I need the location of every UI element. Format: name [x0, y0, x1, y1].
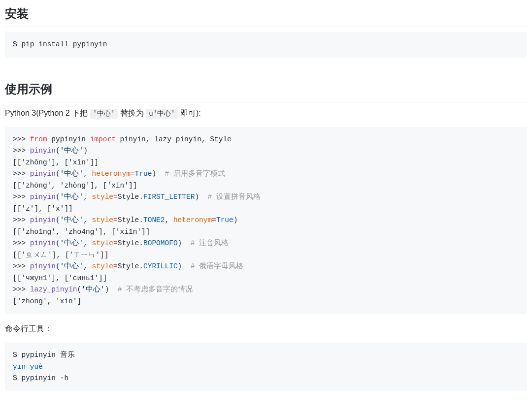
cli-line-2: yīn yuè	[13, 363, 43, 371]
codeblock-python: >>> from pypinyin import pinyin, lazy_pi…	[5, 127, 527, 315]
inline-code-1: '中心'	[90, 109, 118, 119]
inline-code-2: u'中心'	[146, 109, 178, 119]
heading-install: 安装	[5, 5, 527, 27]
cli-intro: 命令行工具：	[5, 323, 527, 335]
code-line: $ pip install pypinyin	[13, 40, 107, 48]
cli-line-3: $ pypinyin -h	[13, 374, 68, 382]
cli-line-1: $ pypinyin 音乐	[13, 351, 75, 359]
heading-usage: 使用示例	[5, 80, 527, 102]
usage-intro: Python 3(Python 2 下把 '中心' 替换为 u'中心' 即可):	[5, 107, 527, 119]
codeblock-install: $ pip install pypinyin	[5, 32, 527, 58]
codeblock-cli: $ pypinyin 音乐 yīn yuè $ pypinyin -h	[5, 343, 527, 391]
